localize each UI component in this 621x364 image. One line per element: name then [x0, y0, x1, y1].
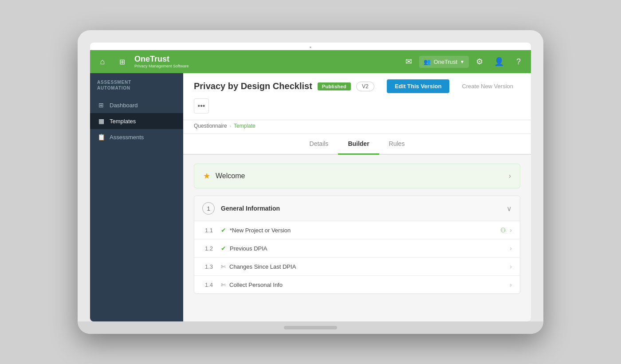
top-navigation: ⌂ ⊞ OneTrust Privacy Management Software…	[90, 50, 531, 73]
content-area: Privacy by Design Checklist Published V2…	[183, 73, 531, 321]
tab-details[interactable]: Details	[300, 134, 338, 155]
question-1-4-number: 1.4	[205, 282, 221, 288]
org-dropdown-icon: ▼	[460, 59, 464, 64]
question-1-2-check-icon: ✔	[221, 245, 226, 252]
version-badge: V2	[356, 82, 374, 91]
section-1-title: General Information	[221, 205, 507, 212]
section-1-chevron-icon: ∨	[507, 204, 512, 213]
sidebar-header: ASSESSMENTAUTOMATION	[90, 73, 183, 97]
org-selector[interactable]: 👥 OneTrust ▼	[419, 56, 469, 68]
question-1-4-actions: ›	[510, 281, 512, 288]
question-1-1-chevron-icon: ›	[510, 227, 512, 234]
user-profile-button[interactable]: 👤	[490, 53, 508, 70]
nav-right-actions: ✉ 👥 OneTrust ▼ ⚙ 👤 ?	[400, 53, 527, 70]
question-1-1-number: 1.1	[205, 227, 221, 234]
question-1-3-branch-icon: ✄	[221, 263, 226, 270]
status-badge: Published	[318, 82, 351, 90]
question-1-1-text: *New Project or Version	[230, 227, 500, 234]
question-1-2-number: 1.2	[205, 245, 221, 252]
sidebar-label-assessments: Assessments	[110, 134, 144, 141]
tab-builder[interactable]: Builder	[338, 134, 379, 155]
laptop-notch	[284, 326, 337, 329]
builder-content: ★ Welcome › 1 General Information ∨	[183, 155, 531, 321]
welcome-chevron-icon: ›	[509, 172, 511, 180]
edit-version-button[interactable]: Edit This Version	[387, 79, 449, 93]
section-1-number: 1	[202, 202, 215, 215]
sidebar-label-templates: Templates	[110, 118, 136, 125]
brand-logo: OneTrust Privacy Management Software	[134, 55, 189, 68]
question-1-1-check-icon: ✔	[221, 227, 226, 234]
camera-dot: ●	[90, 43, 531, 50]
brand-subtitle: Privacy Management Software	[134, 64, 189, 68]
question-1-4-chevron-icon: ›	[510, 281, 512, 288]
section-1-header[interactable]: 1 General Information ∨	[194, 196, 520, 221]
breadcrumb-separator: ›	[230, 124, 231, 129]
question-1-4[interactable]: 1.4 ✄ Collect Personal Info ›	[194, 276, 520, 294]
brand-name: OneTrust	[134, 55, 189, 64]
sidebar-label-dashboard: Dashboard	[110, 102, 138, 109]
breadcrumb: Questionnaire › Template	[183, 120, 531, 134]
sidebar: ASSESSMENTAUTOMATION ⊞ Dashboard ▦ Templ…	[90, 73, 183, 321]
help-button[interactable]: ?	[510, 53, 527, 70]
page-header: Privacy by Design Checklist Published V2…	[183, 73, 531, 120]
apps-button[interactable]: ⊞	[113, 53, 131, 70]
question-1-3-number: 1.3	[205, 263, 221, 270]
breadcrumb-current: Template	[234, 123, 255, 129]
templates-icon: ▦	[97, 117, 105, 125]
tabs-bar: Details Builder Rules	[183, 134, 531, 155]
welcome-section[interactable]: ★ Welcome ›	[194, 164, 520, 188]
more-options-button[interactable]: •••	[194, 98, 209, 114]
question-1-3-chevron-icon: ›	[510, 263, 512, 270]
welcome-star-icon: ★	[203, 171, 210, 181]
breadcrumb-parent[interactable]: Questionnaire	[194, 123, 227, 129]
dashboard-icon: ⊞	[97, 102, 105, 109]
welcome-title: Welcome	[216, 172, 503, 180]
question-1-2-actions: ›	[510, 245, 512, 252]
question-1-4-branch-icon: ✄	[221, 282, 226, 288]
create-version-button[interactable]: Create New Version	[455, 79, 520, 93]
laptop-base	[78, 321, 543, 334]
assessments-icon: 📋	[97, 133, 105, 141]
question-1-3-text: Changes Since Last DPIA	[229, 263, 510, 270]
notifications-button[interactable]: ✉	[400, 53, 417, 70]
question-1-1-link-icon[interactable]: ⚇	[500, 227, 506, 234]
sidebar-item-templates[interactable]: ▦ Templates	[90, 113, 183, 129]
sidebar-item-assessments[interactable]: 📋 Assessments	[90, 129, 183, 145]
tab-rules[interactable]: Rules	[379, 134, 415, 155]
question-1-1[interactable]: 1.1 ✔ *New Project or Version ⚇ ›	[194, 221, 520, 239]
main-layout: ASSESSMENTAUTOMATION ⊞ Dashboard ▦ Templ…	[90, 73, 531, 321]
settings-button[interactable]: ⚙	[471, 53, 488, 70]
home-button[interactable]: ⌂	[94, 53, 111, 70]
section-1-block: 1 General Information ∨ 1.1 ✔ *New Proje…	[194, 196, 520, 294]
page-title: Privacy by Design Checklist	[194, 81, 312, 91]
more-options-icon: •••	[198, 102, 205, 110]
question-1-3-actions: ›	[510, 263, 512, 270]
question-1-4-text: Collect Personal Info	[229, 282, 510, 288]
question-1-1-actions: ⚇ ›	[500, 227, 512, 234]
org-name: OneTrust	[433, 59, 457, 65]
org-icon: 👥	[424, 59, 431, 65]
question-1-2-text: Previous DPIA	[230, 245, 510, 252]
question-1-2-chevron-icon: ›	[510, 245, 512, 252]
question-1-3[interactable]: 1.3 ✄ Changes Since Last DPIA ›	[194, 258, 520, 276]
question-1-2[interactable]: 1.2 ✔ Previous DPIA ›	[194, 239, 520, 258]
sidebar-item-dashboard[interactable]: ⊞ Dashboard	[90, 97, 183, 113]
